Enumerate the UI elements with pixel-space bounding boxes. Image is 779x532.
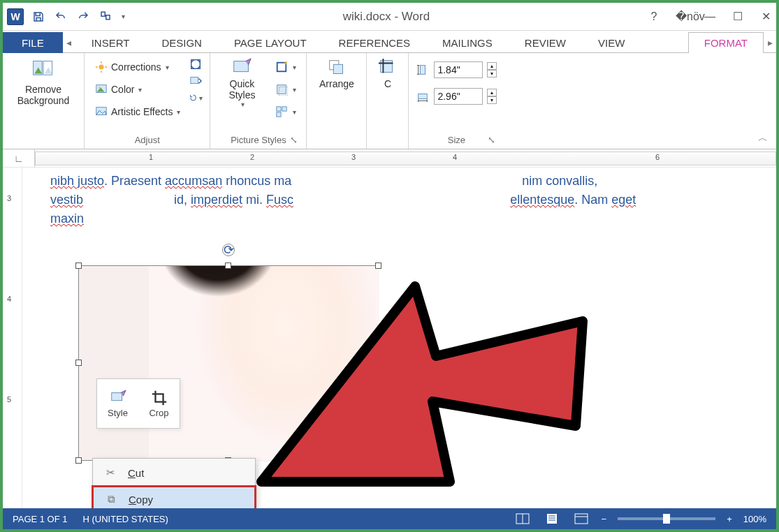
status-bar: PAGE 1 OF 1 H (UNITED STATES) − + 100% <box>3 508 776 529</box>
picture-border-button[interactable]: ▾ <box>272 57 299 77</box>
text-frag: maxin <box>50 212 84 226</box>
web-layout-icon[interactable] <box>572 512 590 526</box>
vertical-ruler[interactable]: 3 4 5 <box>3 168 22 508</box>
pic-styles-launcher-icon[interactable]: ⤡ <box>290 135 298 145</box>
text-frag: ellentesque <box>510 193 574 207</box>
tab-scroll-right-icon[interactable]: ▸ <box>764 33 776 52</box>
close-icon[interactable]: ✕ <box>759 10 772 23</box>
tab-view[interactable]: VIEW <box>582 32 641 53</box>
ribbon-options-icon[interactable]: �növ <box>676 10 688 23</box>
resize-handle[interactable] <box>375 457 381 464</box>
minimize-icon[interactable]: — <box>704 10 716 23</box>
width-icon <box>416 89 430 103</box>
tab-mailings[interactable]: MAILINGS <box>426 32 509 53</box>
document-page[interactable]: nibh justo. Praesent accumsan rhoncus ma… <box>22 168 776 508</box>
width-spinner[interactable]: ▴▾ <box>487 89 497 104</box>
vruler-mark-5: 5 <box>7 395 11 404</box>
ctx-copy[interactable]: ⧉ Copy <box>92 485 256 508</box>
crop-label-partial: C <box>384 78 391 89</box>
artistic-label: Artistic Effects <box>111 106 173 117</box>
text-frag: nibh justo <box>50 174 104 188</box>
maximize-icon[interactable]: ☐ <box>731 10 744 23</box>
rotate-handle-icon[interactable]: ⟳ <box>222 244 235 256</box>
color-button[interactable]: Color▾ <box>92 80 183 99</box>
mini-toolbar: Style Crop <box>96 378 180 429</box>
picture-layout-button[interactable]: ▾ <box>272 102 299 121</box>
selected-picture[interactable]: ⟳ <box>78 265 379 461</box>
tab-design[interactable]: DESIGN <box>145 32 218 53</box>
status-page[interactable]: PAGE 1 OF 1 <box>13 514 68 524</box>
horizontal-ruler[interactable]: 1 2 3 4 6 <box>35 152 776 165</box>
quick-styles-button[interactable]: Quick Styles▾ <box>217 57 266 108</box>
picture-effects-button[interactable]: ▾ <box>272 80 299 99</box>
arrange-button[interactable]: Arrange <box>312 57 361 89</box>
quick-styles-label: Quick Styles <box>217 78 266 101</box>
mini-crop-button[interactable]: Crop <box>138 379 180 428</box>
group-size-label: Size <box>448 135 465 145</box>
ctx-cut-label: Cut <box>128 467 144 479</box>
ruler-mark-2: 2 <box>250 153 254 161</box>
save-icon[interactable] <box>31 9 46 24</box>
resize-handle[interactable] <box>375 360 381 366</box>
color-label: Color <box>111 84 134 95</box>
svg-point-12 <box>99 87 101 89</box>
zoom-in-button[interactable]: + <box>727 514 732 524</box>
window-title: wiki.docx - Word <box>125 10 648 24</box>
crop-button[interactable]: C <box>363 57 412 89</box>
zoom-slider[interactable] <box>618 517 715 520</box>
tab-file[interactable]: FILE <box>3 32 63 53</box>
compress-pictures-icon[interactable] <box>189 57 203 71</box>
touch-mode-icon[interactable] <box>98 9 113 24</box>
resize-handle[interactable] <box>75 360 82 366</box>
vertical-scrollbar[interactable] <box>761 168 773 508</box>
ctx-cut[interactable]: ✂ Cut <box>93 459 255 487</box>
text-frag: id, <box>174 193 191 207</box>
group-picture-styles: Quick Styles▾ ▾ ▾ ▾ Picture Styles⤡ <box>210 53 307 149</box>
ruler-mark-1: 1 <box>149 153 153 161</box>
reset-picture-icon[interactable]: ▾ <box>189 91 203 105</box>
arrange-label: Arrange <box>319 78 354 89</box>
text-frag: nim convallis <box>522 174 594 188</box>
height-input[interactable] <box>434 61 483 78</box>
svg-rect-22 <box>282 107 286 111</box>
tab-scroll-left-icon[interactable]: ◂ <box>63 33 75 52</box>
resize-handle[interactable] <box>75 263 82 269</box>
tab-format[interactable]: FORMAT <box>688 32 764 53</box>
read-mode-icon[interactable] <box>514 512 532 526</box>
tab-references[interactable]: REFERENCES <box>323 32 427 53</box>
remove-background-button[interactable]: Remove Background <box>10 57 77 106</box>
status-language[interactable]: H (UNITED STATES) <box>83 514 168 524</box>
group-arrange: Arrange <box>307 53 367 149</box>
sun-icon <box>94 60 108 74</box>
tab-insert[interactable]: INSERT <box>75 32 146 53</box>
tab-review[interactable]: REVIEW <box>509 32 582 53</box>
undo-icon[interactable] <box>53 9 68 24</box>
zoom-out-button[interactable]: − <box>602 514 607 524</box>
redo-icon[interactable] <box>75 9 91 24</box>
resize-handle[interactable] <box>225 263 231 269</box>
resize-handle[interactable] <box>75 457 82 464</box>
change-picture-icon[interactable] <box>189 74 203 88</box>
resize-handle[interactable] <box>375 263 381 269</box>
tab-page-layout[interactable]: PAGE LAYOUT <box>218 32 323 53</box>
ribbon: Remove Background Corrections▾ Color▾ Ar… <box>3 53 776 149</box>
help-icon[interactable]: ? <box>648 10 660 23</box>
tab-selector[interactable]: ∟ <box>3 149 35 168</box>
text-frag: accumsan <box>165 174 222 188</box>
height-icon <box>416 63 430 77</box>
size-launcher-icon[interactable]: ⤡ <box>488 135 495 145</box>
mini-style-button[interactable]: Style <box>97 379 138 428</box>
width-input[interactable] <box>434 88 483 105</box>
zoom-level[interactable]: 100% <box>743 514 766 524</box>
corrections-label: Corrections <box>111 61 161 73</box>
corrections-button[interactable]: Corrections▾ <box>92 57 183 77</box>
artistic-effects-button[interactable]: Artistic Effects▾ <box>92 102 183 121</box>
quick-access-toolbar: W ▾ <box>7 8 125 25</box>
document-area: 3 4 5 nibh justo. Praesent accumsan rhon… <box>3 168 776 508</box>
height-spinner[interactable]: ▴▾ <box>487 62 497 77</box>
word-window: W ▾ wiki.docx - Word ? �növ — ☐ ✕ FILE ◂… <box>0 0 779 532</box>
picture-color-icon <box>94 82 108 96</box>
collapse-ribbon-icon[interactable]: ︿ <box>758 132 768 145</box>
svg-rect-26 <box>381 61 393 73</box>
print-layout-icon[interactable] <box>543 512 561 526</box>
